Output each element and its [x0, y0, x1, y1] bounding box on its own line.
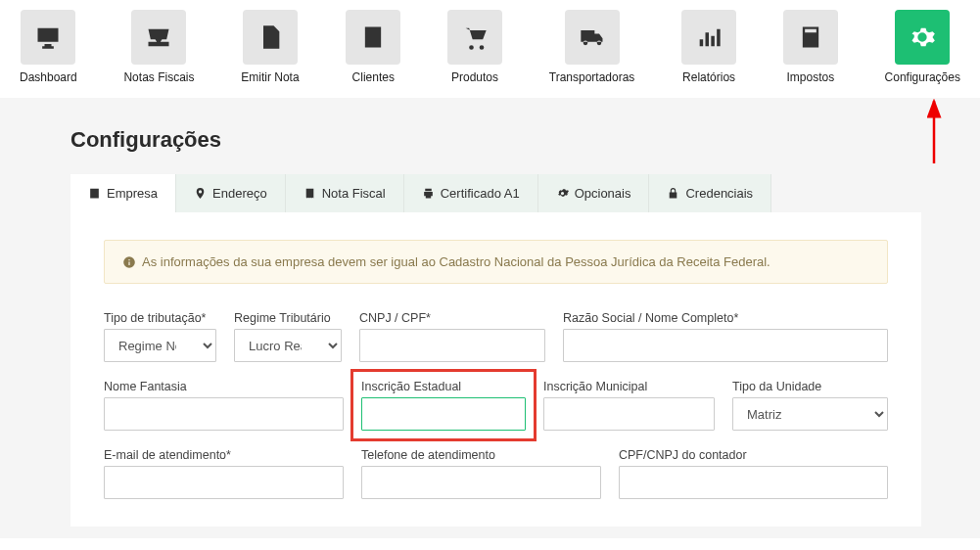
annotation-arrow: [0, 137, 8, 186]
page-title: Configurações: [70, 127, 921, 153]
razao-input[interactable]: [563, 329, 888, 362]
truck-icon: [579, 23, 606, 51]
building-icon: [88, 187, 101, 200]
tipo-tributacao-select[interactable]: Regime No: [104, 329, 216, 362]
nav-label: Emitir Nota: [241, 70, 299, 84]
map-pin-icon: [194, 187, 207, 200]
inscricao-municipal-input[interactable]: [543, 397, 715, 431]
tab-credenciais[interactable]: Credenciais: [649, 174, 771, 212]
tab-certificado[interactable]: Certificado A1: [404, 174, 538, 212]
nome-fantasia-input[interactable]: [104, 397, 344, 431]
nav-label: Transportadoras: [549, 70, 635, 84]
nav-label: Relatórios: [682, 70, 735, 84]
cart-icon: [461, 23, 489, 51]
info-icon: [122, 255, 136, 269]
tab-notafiscal[interactable]: Nota Fiscal: [286, 174, 404, 212]
cnpj-label: CNPJ / CPF*: [359, 311, 545, 325]
printer-icon: [422, 187, 435, 200]
tipo-unidade-select[interactable]: Matriz: [732, 397, 888, 431]
nav-notas-fiscais[interactable]: Notas Fiscais: [123, 10, 194, 84]
tabs: Empresa Endereço Nota Fiscal Certificado…: [70, 174, 921, 212]
nav-produtos[interactable]: Produtos: [447, 10, 502, 84]
tab-label: Empresa: [107, 186, 158, 201]
bar-chart-icon: [695, 23, 723, 51]
telefone-input[interactable]: [361, 466, 601, 499]
monitor-icon: [34, 23, 62, 51]
top-nav: Dashboard Notas Fiscais Emitir Nota Clie…: [0, 0, 980, 84]
nav-label: Produtos: [451, 70, 498, 84]
nav-clientes[interactable]: Clientes: [346, 10, 400, 84]
inscricao-municipal-label: Inscrição Municipal: [543, 380, 715, 393]
tab-opcionais[interactable]: Opcionais: [538, 174, 650, 212]
cpf-contador-label: CPF/CNPJ do contador: [619, 448, 888, 462]
info-alert: As informações da sua empresa devem ser …: [104, 240, 888, 284]
tab-label: Credenciais: [685, 186, 753, 201]
receipt-icon: [303, 187, 316, 200]
inscricao-estadual-label: Inscrição Estadual: [361, 380, 526, 393]
contacts-icon: [359, 23, 387, 51]
inscricao-estadual-input[interactable]: [361, 397, 526, 431]
tipo-tributacao-label: Tipo de tributação*: [104, 311, 216, 325]
cnpj-input[interactable]: [359, 329, 545, 362]
lock-icon: [667, 187, 679, 200]
alert-text: As informações da sua empresa devem ser …: [142, 254, 440, 269]
nav-configuracoes[interactable]: Configurações: [885, 10, 960, 84]
inbox-icon: [145, 23, 172, 51]
nome-fantasia-label: Nome Fantasia: [104, 380, 344, 393]
nav-label: Notas Fiscais: [123, 70, 194, 84]
nav-relatorios[interactable]: Relatórios: [681, 10, 736, 84]
gear-icon: [909, 23, 936, 51]
razao-label: Razão Social / Nome Completo*: [563, 311, 888, 325]
tipo-unidade-label: Tipo da Unidade: [732, 380, 888, 393]
nav-impostos[interactable]: Impostos: [783, 10, 838, 84]
tab-label: Opcionais: [575, 186, 631, 201]
cpf-contador-input[interactable]: [619, 466, 888, 499]
tab-empresa[interactable]: Empresa: [70, 174, 176, 212]
alert-link[interactable]: Cadastro Nacional da Pessoa Jurídica da …: [440, 254, 770, 269]
nav-label: Configurações: [885, 70, 960, 84]
document-icon: [257, 23, 284, 51]
tab-label: Certificado A1: [441, 186, 520, 201]
email-label: E-mail de atendimento*: [104, 448, 344, 462]
tab-label: Endereço: [212, 186, 267, 201]
nav-dashboard[interactable]: Dashboard: [20, 10, 77, 84]
calculator-icon: [797, 23, 824, 51]
telefone-label: Telefone de atendimento: [361, 448, 601, 462]
tab-endereco[interactable]: Endereço: [176, 174, 286, 212]
form-card: As informações da sua empresa devem ser …: [70, 212, 921, 527]
email-input[interactable]: [104, 466, 344, 499]
regime-tributario-label: Regime Tributário: [234, 311, 342, 325]
page-container: Configurações Empresa Endereço Nota Fisc…: [0, 98, 980, 538]
gear-icon: [556, 187, 569, 200]
nav-label: Clientes: [352, 70, 395, 84]
nav-emitir-nota[interactable]: Emitir Nota: [241, 10, 299, 84]
nav-transportadoras[interactable]: Transportadoras: [549, 10, 635, 84]
regime-tributario-select[interactable]: Lucro Real: [234, 329, 342, 362]
nav-label: Impostos: [787, 70, 835, 84]
tab-label: Nota Fiscal: [322, 186, 386, 201]
nav-label: Dashboard: [20, 70, 77, 84]
